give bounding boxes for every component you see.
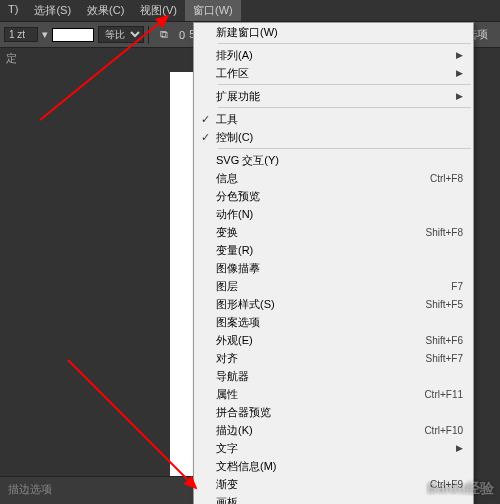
- menu-item[interactable]: 文字▶: [194, 439, 473, 457]
- bottom-label: 描边选项: [8, 483, 52, 495]
- menu-item-label: 拼合器预览: [216, 405, 469, 420]
- check-icon: ✓: [194, 113, 216, 126]
- menu-item-label: 控制(C): [216, 130, 469, 145]
- menu-item-label: 属性: [216, 387, 424, 402]
- menu-item[interactable]: 变量(R): [194, 241, 473, 259]
- menu-item[interactable]: 描边(K)Ctrl+F10: [194, 421, 473, 439]
- menu-item-label: 渐变: [216, 477, 430, 492]
- menu-item-label: SVG 交互(Y): [216, 153, 469, 168]
- menu-item[interactable]: 变换Shift+F8: [194, 223, 473, 241]
- menu-item[interactable]: 信息Ctrl+F8: [194, 169, 473, 187]
- submenu-arrow-icon: ▶: [456, 91, 469, 101]
- submenu-arrow-icon: ▶: [456, 50, 469, 60]
- tab-label: 定: [6, 52, 17, 64]
- scale-mode-select[interactable]: 等比: [98, 26, 144, 43]
- window-menu-dropdown: 新建窗口(W)排列(A)▶工作区▶扩展功能▶✓工具✓控制(C)SVG 交互(Y)…: [193, 22, 474, 504]
- menu-item[interactable]: 图像描摹: [194, 259, 473, 277]
- stroke-swatch[interactable]: [52, 28, 94, 42]
- menu-item-label: 新建窗口(W): [216, 25, 469, 40]
- menu-item[interactable]: 动作(N): [194, 205, 473, 223]
- bottom-panel: 描边选项: [0, 476, 194, 504]
- menu-shortcut: Shift+F6: [425, 335, 469, 346]
- menu-item-t[interactable]: T): [0, 0, 26, 21]
- chain-icon[interactable]: ⧉: [153, 26, 175, 44]
- menu-item[interactable]: 排列(A)▶: [194, 46, 473, 64]
- menu-separator: [218, 43, 471, 44]
- menu-item-label: 导航器: [216, 369, 469, 384]
- menu-item-label: 动作(N): [216, 207, 469, 222]
- menu-shortcut: Shift+F7: [425, 353, 469, 364]
- check-icon: ✓: [194, 131, 216, 144]
- menu-item-label: 图案选项: [216, 315, 469, 330]
- menu-item-label: 描边(K): [216, 423, 424, 438]
- menu-item[interactable]: 拼合器预览: [194, 403, 473, 421]
- menubar: T) 选择(S) 效果(C) 视图(V) 窗口(W): [0, 0, 500, 22]
- watermark: Baidu经验: [427, 480, 494, 498]
- menu-item-label: 工具: [216, 112, 469, 127]
- menu-separator: [218, 107, 471, 108]
- menu-separator: [218, 84, 471, 85]
- menu-shortcut: Shift+F8: [425, 227, 469, 238]
- menu-item[interactable]: 图案选项: [194, 313, 473, 331]
- menu-item-select[interactable]: 选择(S): [26, 0, 79, 21]
- menu-item[interactable]: ✓工具: [194, 110, 473, 128]
- menu-item-label: 信息: [216, 171, 430, 186]
- menu-item-label: 分色预览: [216, 189, 469, 204]
- menu-item-label: 工作区: [216, 66, 456, 81]
- submenu-arrow-icon: ▶: [456, 443, 469, 453]
- menu-item[interactable]: 扩展功能▶: [194, 87, 473, 105]
- menu-item-label: 对齐: [216, 351, 425, 366]
- menu-item[interactable]: 新建窗口(W): [194, 23, 473, 41]
- menu-item[interactable]: 图层F7: [194, 277, 473, 295]
- opt-value: 0: [179, 29, 185, 41]
- menu-shortcut: Ctrl+F10: [424, 425, 469, 436]
- menu-item-label: 变量(R): [216, 243, 469, 258]
- menu-item-label: 文字: [216, 441, 456, 456]
- menu-item-label: 图层: [216, 279, 451, 294]
- menu-item[interactable]: SVG 交互(Y): [194, 151, 473, 169]
- menu-item[interactable]: 外观(E)Shift+F6: [194, 331, 473, 349]
- menu-item[interactable]: ✓控制(C): [194, 128, 473, 146]
- chevron-down-icon[interactable]: ▾: [42, 28, 48, 41]
- menu-item-label: 图像描摹: [216, 261, 469, 276]
- menu-item-label: 变换: [216, 225, 425, 240]
- menu-item[interactable]: 文档信息(M): [194, 457, 473, 475]
- menu-shortcut: Ctrl+F11: [424, 389, 469, 400]
- menu-separator: [218, 148, 471, 149]
- menu-item[interactable]: 图形样式(S)Shift+F5: [194, 295, 473, 313]
- menu-shortcut: F7: [451, 281, 469, 292]
- menu-shortcut: Ctrl+F8: [430, 173, 469, 184]
- menu-item-effect[interactable]: 效果(C): [79, 0, 132, 21]
- menu-item-label: 扩展功能: [216, 89, 456, 104]
- menu-item[interactable]: 属性Ctrl+F11: [194, 385, 473, 403]
- menu-item[interactable]: 对齐Shift+F7: [194, 349, 473, 367]
- menu-item-label: 图形样式(S): [216, 297, 425, 312]
- menu-item-window[interactable]: 窗口(W): [185, 0, 241, 21]
- menu-item-label: 排列(A): [216, 48, 456, 63]
- submenu-arrow-icon: ▶: [456, 68, 469, 78]
- menu-item-view[interactable]: 视图(V): [132, 0, 185, 21]
- menu-item-label: 外观(E): [216, 333, 425, 348]
- menu-shortcut: Shift+F5: [425, 299, 469, 310]
- menu-item-label: 文档信息(M): [216, 459, 469, 474]
- menu-item[interactable]: 分色预览: [194, 187, 473, 205]
- menu-item[interactable]: 导航器: [194, 367, 473, 385]
- menu-item[interactable]: 工作区▶: [194, 64, 473, 82]
- stroke-weight-input[interactable]: [4, 27, 38, 42]
